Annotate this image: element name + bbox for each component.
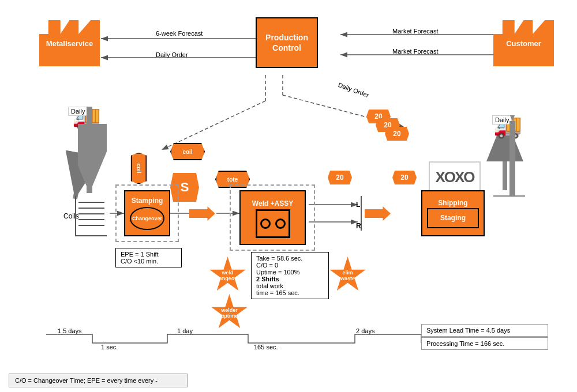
timeline-days-3: 2 days: [356, 327, 374, 334]
kaizen-welder-uptime: welder uptime: [211, 294, 248, 331]
stamping-info: EPE = 1 Shift C/O <10 min.: [115, 248, 182, 267]
lr-line: [361, 196, 362, 231]
daily-order-right-label: Daily Order: [338, 81, 370, 99]
kaizen-weld-changeover: weld changeover: [209, 257, 246, 294]
weld-co: C/O = 0: [256, 262, 324, 269]
timeline-days-1: 1.5 days: [58, 327, 82, 334]
coil-top: coil: [170, 143, 205, 160]
customer-label: Customer: [506, 39, 541, 48]
production-control-box: ProductionControl: [256, 17, 318, 68]
coil-stack: [75, 196, 107, 236]
xoxo-box: XOXO: [429, 161, 481, 193]
system-lead-time-box: System Lead Time = 4.5 days: [421, 324, 548, 337]
processing-label: Processing Time = 166 sec.: [426, 340, 543, 347]
weld-dashed: [230, 184, 315, 251]
staging-label: Staging: [440, 214, 466, 222]
kaizen-elim-waste: elim waste: [329, 257, 366, 294]
six-week-forecast-label: 6-week Forecast: [156, 30, 203, 37]
inventory-20-5: 20: [392, 171, 417, 184]
push-arrow-2: [365, 206, 391, 221]
legend-text: C/O = Changeover Time; EPE = every time …: [15, 377, 158, 384]
metallservice-factory: Metallservice: [39, 20, 100, 66]
shipping-box: Shipping Staging: [421, 190, 485, 236]
customer-factory: Customer: [493, 20, 554, 66]
processing-time-box: Processing Time = 166 sec.: [421, 337, 548, 350]
weld-uptime: Uptime = 100%: [256, 269, 324, 276]
weld-take: Take = 58.6 sec.: [256, 255, 324, 262]
market-forecast-2-label: Market Forecast: [392, 48, 438, 55]
stamping-dashed: [115, 184, 179, 242]
production-control-label: ProductionControl: [265, 32, 308, 53]
stamping-co: C/O <10 min.: [121, 258, 177, 265]
stamping-epe: EPE = 1 Shift: [121, 251, 177, 258]
timeline-bar: [46, 334, 173, 346]
inventory-20-3: 20: [385, 127, 409, 141]
daily-order-left-label: Daily Order: [156, 51, 188, 58]
legend-box: C/O = Changeover Time; EPE = every time …: [9, 374, 188, 387]
system-lead-label: System Lead Time = 4.5 days: [426, 327, 543, 334]
coil-stamping: coil: [131, 153, 147, 184]
push-arrow-1: [189, 206, 215, 221]
svg-line-11: [162, 101, 265, 150]
metallservice-label: Metallservice: [46, 39, 93, 48]
l-label: L: [356, 201, 360, 209]
weld-total: total worktime = 165 sec.: [256, 282, 324, 296]
inventory-20-4: 20: [328, 171, 352, 184]
weld-shifts: 2 Shifts: [256, 276, 324, 282]
timeline-days-2: 1 day: [177, 327, 193, 334]
weld-info: Take = 58.6 sec. C/O = 0 Uptime = 100% 2…: [251, 252, 329, 299]
market-forecast-1-label: Market Forecast: [392, 28, 438, 35]
timeline-sec-2: 165 sec.: [254, 344, 278, 350]
shipping-label: Shipping: [438, 199, 467, 207]
